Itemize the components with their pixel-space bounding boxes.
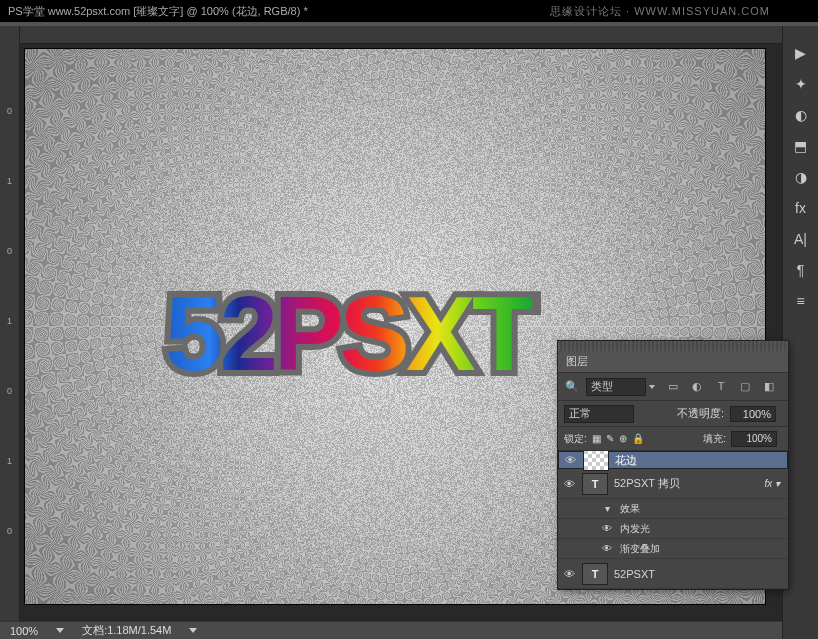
status-bar: 100% 文档:1.18M/1.54M: [0, 621, 782, 639]
chevron-down-icon[interactable]: [56, 628, 64, 633]
layers-tab[interactable]: 图层: [558, 351, 788, 373]
panel-icon[interactable]: ⬒: [792, 137, 810, 155]
search-icon[interactable]: 🔍: [564, 380, 580, 393]
ruler-horizontal[interactable]: [20, 26, 782, 44]
fill-input[interactable]: 100%: [731, 431, 777, 447]
layer-thumb[interactable]: [583, 451, 609, 471]
opacity-label: 不透明度:: [677, 406, 724, 421]
ruler-mark: 0: [7, 246, 12, 256]
artwork-text: 52PSXT 52PSXT: [165, 274, 532, 394]
layer-list[interactable]: 👁花边👁T52PSXT 拷贝fx ▾▾效果👁内发光👁渐变叠加👁T52PSXT: [558, 451, 788, 589]
panel-grip[interactable]: [558, 341, 788, 351]
watermark: 思缘设计论坛 · WWW.MISSYUAN.COM: [550, 4, 770, 19]
visibility-toggle[interactable]: 👁: [600, 522, 614, 536]
window-title: PS学堂 www.52psxt.com [璀璨文字] @ 100% (花边, R…: [8, 4, 308, 19]
opacity-input[interactable]: 100%: [730, 406, 776, 422]
ruler-mark: 1: [7, 176, 12, 186]
fx-badge[interactable]: fx ▾: [764, 478, 784, 489]
panel-icon[interactable]: ◑: [792, 168, 810, 186]
ruler-mark: 1: [7, 316, 12, 326]
layer-row[interactable]: 👁花边: [558, 451, 788, 469]
lock-icon[interactable]: ✎: [606, 433, 614, 444]
layer-name: 花边: [615, 453, 637, 468]
layer-row[interactable]: 👁渐变叠加: [558, 539, 788, 559]
lock-icon[interactable]: 🔒: [632, 433, 644, 444]
layer-thumb[interactable]: T: [582, 563, 608, 585]
tab-label: 图层: [566, 354, 588, 369]
blend-mode-select[interactable]: 正常: [564, 405, 634, 423]
layer-filter-row: 🔍 类型 ▭◐T▢◧: [558, 373, 788, 401]
blend-label: 正常: [569, 406, 591, 421]
panel-icon[interactable]: fx: [792, 199, 810, 217]
panel-icon[interactable]: ◐: [792, 106, 810, 124]
doc-size: 文档:1.18M/1.54M: [82, 623, 171, 638]
layer-name: 52PSXT 拷贝: [614, 476, 680, 491]
zoom-level[interactable]: 100%: [10, 625, 38, 637]
ruler-mark: 0: [7, 526, 12, 536]
opacity-value: 100%: [743, 408, 771, 420]
layer-row[interactable]: 👁内发光: [558, 519, 788, 539]
layer-name: 渐变叠加: [620, 542, 660, 556]
layer-name: 内发光: [620, 522, 650, 536]
layer-name: 52PSXT: [614, 568, 655, 580]
filter-label: 类型: [591, 379, 613, 394]
filter-icon[interactable]: ◧: [761, 380, 777, 393]
ruler-vertical[interactable]: 0101010: [0, 26, 20, 621]
lock-label: 锁定:: [564, 432, 587, 446]
panel-icon[interactable]: ▶: [792, 44, 810, 62]
panel-icon[interactable]: A|: [792, 230, 810, 248]
visibility-toggle[interactable]: 👁: [562, 567, 576, 581]
layer-row[interactable]: 👁T52PSXT 拷贝fx ▾: [558, 469, 788, 499]
visibility-toggle[interactable]: 👁: [563, 453, 577, 467]
visibility-toggle[interactable]: 👁: [562, 477, 576, 491]
filter-icon[interactable]: ▢: [737, 380, 753, 393]
chevron-down-icon[interactable]: [649, 385, 655, 389]
filter-icon[interactable]: ▭: [665, 380, 681, 393]
panel-icon[interactable]: ¶: [792, 261, 810, 279]
filter-type-select[interactable]: 类型: [586, 378, 646, 396]
ruler-mark: 0: [7, 386, 12, 396]
layer-row[interactable]: 👁T52PSXT: [558, 559, 788, 589]
panel-icon[interactable]: ≡: [792, 292, 810, 310]
ruler-mark: 1: [7, 456, 12, 466]
lock-icon[interactable]: ⊕: [619, 433, 627, 444]
panel-icon[interactable]: ✦: [792, 75, 810, 93]
text-gradient: 52PSXT: [165, 275, 532, 392]
filter-icon[interactable]: T: [713, 380, 729, 393]
chevron-down-icon[interactable]: ▾: [600, 502, 614, 516]
chevron-down-icon[interactable]: [189, 628, 197, 633]
layer-thumb[interactable]: T: [582, 473, 608, 495]
layer-row[interactable]: ▾效果: [558, 499, 788, 519]
filter-icon[interactable]: ◐: [689, 380, 705, 393]
layer-name: 效果: [620, 502, 640, 516]
visibility-toggle[interactable]: 👁: [600, 542, 614, 556]
layers-panel[interactable]: 图层 🔍 类型 ▭◐T▢◧ 正常 不透明度: 100% 锁定: ▦✎⊕🔒 填充:…: [558, 341, 788, 589]
fill-label: 填充:: [703, 432, 726, 446]
fill-value: 100%: [746, 433, 772, 444]
ruler-mark: 0: [7, 106, 12, 116]
lock-icon[interactable]: ▦: [592, 433, 601, 444]
